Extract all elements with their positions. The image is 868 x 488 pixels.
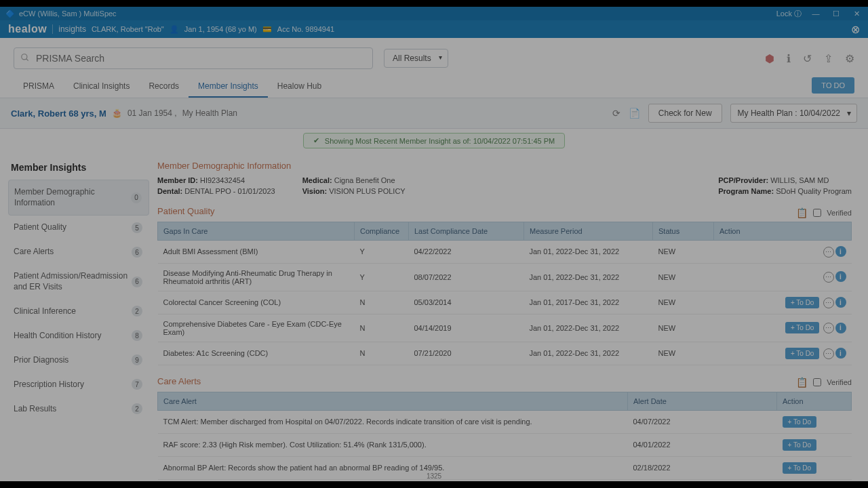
brand-logo: healow — [8, 23, 47, 35]
sidebar-item-care-alerts[interactable]: Care Alerts 6 — [8, 240, 149, 264]
more-icon[interactable]: ⋯ — [823, 348, 834, 359]
todo-chip[interactable]: + To Do — [783, 439, 817, 451]
sidebar-item-label: Care Alerts — [14, 247, 132, 258]
info-tool-icon[interactable]: ℹ — [787, 52, 791, 65]
minimize-button[interactable]: — — [810, 9, 822, 18]
cell-gap: Colorectal Cancer Screening (COL) — [158, 291, 355, 314]
tab-member-insights[interactable]: Member Insights — [189, 76, 268, 98]
refresh-icon[interactable]: ⟳ — [612, 108, 620, 119]
more-icon[interactable]: ⋯ — [823, 323, 834, 333]
alert-icon[interactable]: ⬢ — [765, 52, 774, 65]
more-icon[interactable]: ⋯ — [823, 272, 834, 283]
person-icon: 👤 — [170, 25, 179, 34]
appbar-acc: Acc No. 9894941 — [277, 25, 334, 33]
history-icon[interactable]: ↺ — [803, 52, 812, 65]
th-alert-date: Alert Date — [628, 392, 777, 410]
th-care-alert: Care Alert — [158, 392, 628, 410]
info-icon[interactable]: i — [835, 297, 846, 308]
cell-status: NEW — [653, 342, 714, 365]
table-row: Comprehensive Diabetes Care - Eye Exam (… — [158, 314, 852, 342]
copy-icon[interactable]: 📋 — [796, 207, 808, 218]
cake-icon: 🎂 — [112, 108, 122, 118]
cell-date: 04/22/2022 — [409, 241, 524, 264]
gear-icon[interactable]: ⚙ — [845, 52, 854, 65]
cell-period: Jan 01, 2022-Dec 31, 2022 — [524, 342, 653, 365]
sidebar-item-prescription[interactable]: Prescription History 7 — [8, 372, 149, 396]
alerts-table: Care Alert Alert Date Action TCM Alert: … — [157, 392, 852, 480]
search-icon — [20, 53, 30, 62]
check-circle-icon: ✔ — [313, 136, 319, 145]
lock-button[interactable]: Lock ⓘ — [776, 9, 802, 19]
sidebar-item-lab-results[interactable]: Lab Results 2 — [8, 396, 149, 421]
medical-label: Medical: — [302, 176, 332, 184]
info-icon[interactable]: i — [835, 348, 846, 359]
sidebar-item-admission[interactable]: Patient Admission/Readmission and ER Vis… — [8, 264, 149, 299]
vision-label: Vision: — [302, 187, 327, 195]
th-gaps: Gaps In Care — [158, 222, 355, 241]
sidebar-badge: 5 — [132, 222, 142, 233]
info-icon[interactable]: i — [835, 271, 846, 282]
table-row: Diabetes: A1c Screening (CDC)N07/21/2020… — [158, 342, 852, 365]
medical-value: Cigna Benefit One — [334, 176, 395, 184]
section-title-quality: Patient Quality — [157, 206, 215, 216]
member-id-value: HI923432454 — [200, 176, 245, 184]
more-icon[interactable]: ⋯ — [823, 247, 834, 258]
cell-period: Jan 01, 2022-Dec 31, 2022 — [524, 241, 653, 264]
program-value: SDoH Quality Program — [776, 187, 852, 195]
more-icon[interactable]: ⋯ — [823, 298, 834, 308]
doc-icon[interactable]: 📄 — [629, 108, 640, 119]
table-row: Adult BMI Assessment (BMI)Y04/22/2022Jan… — [158, 241, 852, 264]
verified-label: Verified — [827, 209, 852, 217]
vision-value: VISION PLUS POLICY — [329, 187, 405, 195]
todo-chip[interactable]: + To Do — [785, 297, 820, 308]
verified-checkbox-alerts[interactable] — [813, 378, 821, 386]
table-row: Colorectal Cancer Screening (COL)N05/03/… — [158, 291, 852, 314]
info-icon[interactable]: i — [835, 246, 846, 257]
tab-prisma[interactable]: PRISMA — [14, 76, 64, 98]
todo-chip[interactable]: + To Do — [785, 322, 820, 333]
cell-alert: Abnormal BP Alert: Records show the pati… — [158, 456, 628, 479]
sidebar-item-label: Lab Results — [14, 404, 132, 415]
sidebar-item-prior-diagnosis[interactable]: Prior Diagnosis 9 — [8, 348, 149, 372]
appbar-close-icon[interactable]: ⊗ — [851, 23, 860, 36]
close-button[interactable]: ✕ — [850, 9, 863, 18]
copy-icon-alerts[interactable]: 📋 — [796, 377, 808, 388]
todo-chip[interactable]: + To Do — [783, 416, 817, 428]
sidebar-item-demographic[interactable]: Member Demographic Information 0 — [8, 180, 149, 216]
window-icon: 🔷 — [5, 9, 15, 18]
sidebar-item-label: Patient Admission/Readmission and ER Vis… — [14, 271, 132, 292]
cell-date: 04/14/2019 — [409, 314, 524, 342]
sidebar-item-patient-quality[interactable]: Patient Quality 5 — [8, 216, 149, 240]
todo-chip[interactable]: + To Do — [783, 462, 817, 474]
verified-checkbox[interactable] — [813, 209, 821, 217]
th-compliance: Compliance — [355, 222, 409, 241]
th-last-date: Last Compliance Date — [409, 222, 524, 241]
tab-records[interactable]: Records — [139, 76, 189, 98]
todo-chip[interactable]: + To Do — [785, 348, 820, 359]
export-icon[interactable]: ⇪ — [824, 52, 833, 65]
maximize-button[interactable]: ☐ — [830, 9, 842, 18]
cell-gap: Adult BMI Assessment (BMI) — [158, 241, 355, 264]
info-icon[interactable]: i — [835, 323, 846, 333]
sidebar-item-health-condition[interactable]: Health Condition History 8 — [8, 323, 149, 348]
cell-gap: Diabetes: A1c Screening (CDC) — [158, 342, 355, 365]
sidebar-item-clinical-inference[interactable]: Clinical Inference 2 — [8, 299, 149, 323]
patient-dob: 01 Jan 1954 , — [127, 108, 177, 118]
cell-comp: N — [355, 342, 409, 365]
results-dropdown[interactable]: All Results — [384, 49, 448, 68]
cell-comp: Y — [355, 241, 409, 264]
plan-dropdown[interactable]: My Health Plan : 10/04/2022 — [730, 104, 857, 123]
search-input[interactable] — [14, 47, 373, 69]
cell-status: NEW — [653, 263, 714, 291]
quality-table: Gaps In Care Compliance Last Compliance … — [157, 222, 852, 365]
tab-clinical-insights[interactable]: Clinical Insights — [64, 76, 139, 98]
pcp-label: PCP/Provider: — [718, 176, 768, 184]
tab-healow-hub[interactable]: Healow Hub — [268, 76, 331, 98]
patient-plan: My Health Plan — [182, 108, 237, 118]
dental-value: DENTAL PPO - 01/01/2023 — [184, 187, 275, 195]
check-for-new-button[interactable]: Check for New — [648, 104, 722, 123]
cell-status: NEW — [653, 314, 714, 342]
timestamp: 1325 — [427, 472, 441, 480]
svg-point-0 — [22, 54, 27, 60]
todo-button[interactable]: TO DO — [812, 77, 854, 94]
